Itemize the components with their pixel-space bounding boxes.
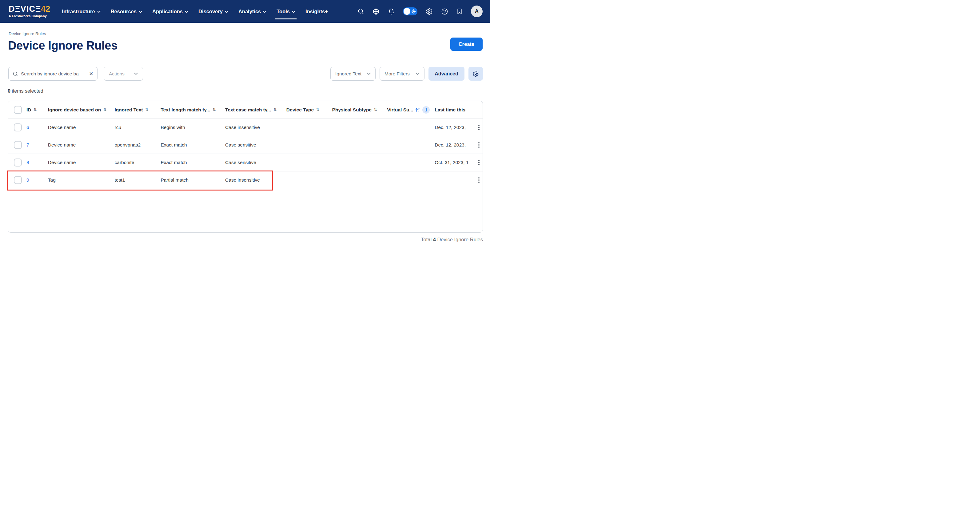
select-all-checkbox[interactable] bbox=[14, 106, 22, 114]
cell-select bbox=[8, 123, 27, 131]
cell-id[interactable]: 6 bbox=[27, 125, 48, 130]
column-header-case_match[interactable]: Text case match ty...⇅ bbox=[225, 101, 286, 118]
gear-icon bbox=[473, 70, 479, 77]
row-checkbox[interactable] bbox=[14, 158, 22, 166]
cell-length_match: Partial match bbox=[161, 177, 225, 183]
nav-item-analytics[interactable]: Analytics bbox=[239, 9, 266, 14]
cell-last_time: Oct. 31, 2023, 1 bbox=[434, 160, 475, 165]
column-label: Physical Subtype bbox=[332, 107, 372, 113]
column-header-virtual_subtype[interactable]: Virtual Su...1 bbox=[387, 101, 434, 118]
sort-icon[interactable]: ⇅ bbox=[33, 107, 37, 112]
search-box: ✕ bbox=[8, 67, 97, 81]
main-menu: InfrastructureResourcesApplicationsDisco… bbox=[62, 9, 328, 14]
clear-search-icon[interactable]: ✕ bbox=[89, 72, 93, 76]
cell-id[interactable]: 8 bbox=[27, 160, 48, 165]
nav-item-discovery[interactable]: Discovery bbox=[199, 9, 228, 14]
nav-item-applications[interactable]: Applications bbox=[152, 9, 188, 14]
sort-icon[interactable]: ⇅ bbox=[213, 107, 216, 112]
nav-item-label: Resources bbox=[111, 9, 137, 14]
advanced-button[interactable]: Advanced bbox=[428, 67, 465, 81]
kebab-menu-icon[interactable] bbox=[475, 158, 483, 166]
logo-text: DΞVICΞ bbox=[9, 5, 41, 13]
cell-length_match: Exact match bbox=[161, 142, 225, 148]
cell-select bbox=[8, 176, 27, 184]
table-header-row: ID⇅Ignore device based on⇅Ignored Text⇅T… bbox=[8, 101, 483, 119]
column-header-ignored_text[interactable]: Ignored Text⇅ bbox=[115, 101, 161, 118]
nav-item-infrastructure[interactable]: Infrastructure bbox=[62, 9, 100, 14]
breadcrumb[interactable]: Device Ignore Rules bbox=[9, 31, 46, 36]
cell-id[interactable]: 9 bbox=[27, 177, 48, 183]
kebab-menu-icon[interactable] bbox=[475, 176, 483, 184]
user-avatar[interactable]: A bbox=[471, 6, 483, 17]
nav-item-label: Analytics bbox=[239, 9, 261, 14]
column-label: Device Type bbox=[286, 107, 314, 113]
row-checkbox[interactable] bbox=[14, 176, 22, 184]
gear-icon[interactable] bbox=[426, 8, 433, 15]
create-button[interactable]: Create bbox=[450, 38, 483, 51]
sort-ascending-icon[interactable] bbox=[415, 107, 420, 112]
cell-based_on: Device name bbox=[48, 142, 115, 148]
nav-item-insights-[interactable]: Insights+ bbox=[305, 9, 328, 14]
chevron-down-icon bbox=[185, 11, 188, 13]
cell-id[interactable]: 7 bbox=[27, 142, 48, 148]
column-label: ID bbox=[27, 107, 31, 113]
column-label: Virtual Su... bbox=[387, 107, 413, 113]
total-suffix: Device Ignore Rules bbox=[436, 237, 483, 242]
chevron-down-icon bbox=[367, 73, 371, 75]
theme-toggle-knob bbox=[404, 8, 410, 15]
theme-toggle[interactable] bbox=[403, 7, 417, 15]
column-label: Ignored Text bbox=[115, 107, 143, 113]
column-header-select bbox=[8, 101, 27, 118]
table-row-8: 8Device namecarboniteExact matchCase sen… bbox=[8, 154, 483, 171]
table-row-7: 7Device nameopenvpnas2Exact matchCase se… bbox=[8, 136, 483, 154]
chevron-down-icon bbox=[225, 11, 228, 13]
chevron-down-icon bbox=[416, 73, 420, 75]
bookmark-icon[interactable] bbox=[457, 8, 463, 15]
help-icon[interactable] bbox=[441, 8, 448, 15]
sort-icon[interactable]: ⇅ bbox=[273, 107, 277, 112]
column-header-id[interactable]: ID⇅ bbox=[27, 101, 48, 118]
table-settings-button[interactable] bbox=[468, 67, 483, 81]
nav-item-label: Insights+ bbox=[305, 9, 328, 14]
column-label: Text case match ty... bbox=[225, 107, 271, 113]
actions-dropdown[interactable]: Actions bbox=[103, 67, 143, 81]
device42-logo[interactable]: DΞVICΞ42 A Freshworks Company bbox=[9, 5, 50, 18]
kebab-menu-icon[interactable] bbox=[475, 141, 483, 149]
nav-item-label: Tools bbox=[277, 9, 290, 14]
row-checkbox[interactable] bbox=[14, 141, 22, 149]
sort-icon[interactable]: ⇅ bbox=[374, 107, 377, 112]
sort-icon[interactable]: ⇅ bbox=[103, 107, 107, 112]
bell-icon[interactable] bbox=[388, 8, 395, 15]
cell-ignored_text: carbonite bbox=[115, 160, 161, 165]
cell-actions bbox=[475, 176, 483, 184]
chevron-down-icon bbox=[139, 11, 142, 13]
column-label: Text length match ty... bbox=[161, 107, 210, 113]
chevron-down-icon bbox=[97, 11, 100, 13]
nav-item-resources[interactable]: Resources bbox=[111, 9, 142, 14]
cell-last_time: Dec. 12, 2023, bbox=[434, 142, 475, 148]
column-header-physical_subtype[interactable]: Physical Subtype⇅ bbox=[332, 101, 387, 118]
sort-icon[interactable]: ⇅ bbox=[316, 107, 319, 112]
ignored-text-filter-dropdown[interactable]: Ignored Text bbox=[330, 67, 375, 81]
globe-icon[interactable] bbox=[372, 8, 380, 15]
column-label: Last time this bbox=[434, 107, 465, 113]
chevron-down-icon bbox=[134, 73, 138, 75]
logo-accent-42: 42 bbox=[41, 5, 50, 13]
nav-item-tools[interactable]: Tools bbox=[277, 9, 295, 14]
cell-last_time: Dec. 12, 2023, bbox=[434, 125, 475, 130]
cell-length_match: Exact match bbox=[161, 160, 225, 165]
row-checkbox[interactable] bbox=[14, 123, 22, 131]
kebab-menu-icon[interactable] bbox=[475, 123, 483, 131]
table-row-9: 9Tagtest1Partial matchCase insensitive bbox=[8, 171, 483, 189]
more-filters-dropdown[interactable]: More Filters bbox=[380, 67, 425, 81]
top-navbar: DΞVICΞ42 A Freshworks Company Infrastruc… bbox=[0, 0, 490, 23]
column-header-length_match[interactable]: Text length match ty...⇅ bbox=[161, 101, 225, 118]
chevron-down-icon bbox=[292, 11, 295, 13]
search-input[interactable] bbox=[21, 71, 86, 77]
column-header-based_on[interactable]: Ignore device based on⇅ bbox=[48, 101, 115, 118]
selected-count: 0 bbox=[8, 88, 10, 94]
cell-actions bbox=[475, 141, 483, 149]
search-icon[interactable] bbox=[358, 8, 364, 15]
sort-icon[interactable]: ⇅ bbox=[145, 107, 148, 112]
column-header-device_type[interactable]: Device Type⇅ bbox=[286, 101, 332, 118]
